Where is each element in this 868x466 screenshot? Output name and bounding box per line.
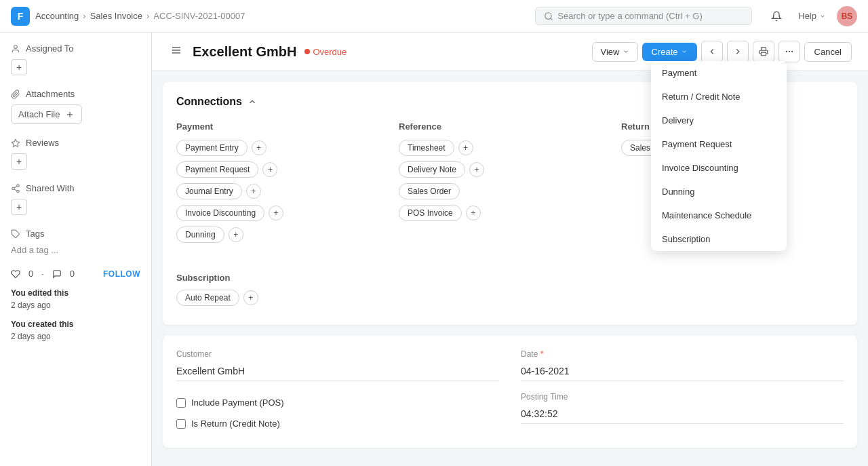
pos-invoice-tag[interactable]: POS Invoice <box>399 205 462 221</box>
customer-value: Excellent GmbH <box>176 362 499 381</box>
nav-actions: Help BS <box>766 5 857 27</box>
add-invoice-discounting-button[interactable]: + <box>269 206 283 220</box>
add-auto-repeat-button[interactable]: + <box>243 290 258 305</box>
auto-repeat-tag[interactable]: Auto Repeat <box>176 290 239 306</box>
more-button[interactable] <box>778 41 800 62</box>
customer-label: Customer <box>176 349 499 359</box>
sales-order-row: Sales Order <box>399 183 605 199</box>
cancel-button[interactable]: Cancel <box>804 42 852 62</box>
include-payment-checkbox[interactable] <box>176 398 186 408</box>
date-label: Date * <box>521 349 844 359</box>
status-dot <box>304 49 310 54</box>
dropdown-payment-request[interactable]: Payment Request <box>651 132 787 156</box>
heart-icon <box>11 269 20 279</box>
date-field: Date * 04-16-2021 <box>521 349 844 381</box>
assigned-to-section: Assigned To + <box>11 43 140 75</box>
sidebar: Assigned To + Attachments Attach File Re… <box>0 33 152 466</box>
payment-header: Payment <box>176 121 382 132</box>
search-bar[interactable]: Search or type a command (Ctrl + G) <box>535 7 752 25</box>
dropdown-payment[interactable]: Payment <box>651 61 787 85</box>
person-icon <box>11 44 20 54</box>
reference-header: Reference <box>399 121 605 132</box>
add-timesheet-button[interactable]: + <box>458 140 473 155</box>
payment-entry-tag[interactable]: Payment Entry <box>176 140 248 156</box>
include-payment-field: Include Payment (POS) Is Return (Credit … <box>176 392 499 434</box>
follow-button[interactable]: FOLLOW <box>103 269 140 279</box>
user-avatar[interactable]: BS <box>837 6 857 26</box>
add-dunning-button[interactable]: + <box>229 227 243 242</box>
add-review-button[interactable]: + <box>11 153 27 170</box>
breadcrumb-accounting[interactable]: Accounting <box>35 11 79 21</box>
assigned-to-label: Assigned To <box>11 43 140 54</box>
reviews-text: Reviews <box>26 138 59 148</box>
sales-order-tag[interactable]: Sales Order <box>399 183 460 199</box>
breadcrumb-sales-invoice[interactable]: Sales Invoice <box>90 11 142 21</box>
dropdown-subscription[interactable]: Subscription <box>651 227 787 251</box>
date-value: 04-16-2021 <box>521 362 844 381</box>
menu-icon <box>171 45 182 56</box>
posting-time-field: Posting Time 04:32:52 <box>521 392 844 434</box>
top-navigation: F Accounting › Sales Invoice › ACC-SINV-… <box>0 0 868 33</box>
connections-title: Connections <box>176 96 242 108</box>
add-shared-button[interactable]: + <box>11 199 27 215</box>
add-tag-link[interactable]: Add a tag ... <box>11 245 58 255</box>
star-icon <box>11 138 20 148</box>
header-actions: View Create Cance <box>592 41 852 62</box>
delivery-note-row: Delivery Note + <box>399 161 605 178</box>
dropdown-maintenance-schedule[interactable]: Maintenance Schedule <box>651 203 787 227</box>
add-assigned-button[interactable]: + <box>11 59 27 75</box>
notifications-button[interactable] <box>766 5 787 27</box>
attach-file-button[interactable]: Attach File <box>11 104 82 124</box>
tags-section: Tags Add a tag ... <box>11 229 140 255</box>
app-icon[interactable]: F <box>11 7 30 26</box>
svg-point-16 <box>789 51 789 52</box>
create-button[interactable]: Create <box>642 43 697 61</box>
dropdown-dunning[interactable]: Dunning <box>651 180 787 203</box>
attach-file-label: Attach File <box>18 109 60 119</box>
svg-point-7 <box>17 190 20 193</box>
add-journal-entry-button[interactable]: + <box>246 184 261 199</box>
svg-line-9 <box>14 186 17 187</box>
create-dropdown: Payment Return / Credit Note Delivery Pa… <box>651 61 787 251</box>
chevron-down-icon <box>819 13 826 20</box>
attachments-text: Attachments <box>26 89 75 99</box>
print-button[interactable] <box>753 41 774 62</box>
svg-point-15 <box>786 51 787 52</box>
activity-section: 0 · 0 FOLLOW You edited this 2 days ago … <box>11 269 140 343</box>
help-button[interactable]: Help <box>793 8 831 24</box>
prev-button[interactable] <box>701 41 723 62</box>
svg-point-5 <box>17 185 20 187</box>
page-title: Excellent GmbH <box>193 44 296 60</box>
collapse-icon[interactable] <box>248 97 257 106</box>
prev-icon <box>707 47 717 56</box>
journal-entry-row: Journal Entry + <box>176 183 382 199</box>
payment-request-tag[interactable]: Payment Request <box>176 161 258 178</box>
view-button[interactable]: View <box>592 42 638 62</box>
search-placeholder: Search or type a command (Ctrl + G) <box>557 11 703 21</box>
comment-icon <box>52 269 62 279</box>
payment-column: Payment Payment Entry + Payment Request … <box>176 121 399 248</box>
add-delivery-note-button[interactable]: + <box>469 162 484 177</box>
bell-icon <box>771 11 782 22</box>
next-button[interactable] <box>727 41 749 62</box>
status-badge: Overdue <box>304 47 347 57</box>
is-return-checkbox[interactable] <box>176 419 186 429</box>
svg-rect-14 <box>761 52 766 56</box>
journal-entry-tag[interactable]: Journal Entry <box>176 183 242 199</box>
svg-marker-4 <box>12 139 20 147</box>
dropdown-delivery[interactable]: Delivery <box>651 109 787 132</box>
add-payment-entry-button[interactable]: + <box>252 140 267 155</box>
activity-entry-0: You edited this 2 days ago <box>11 287 140 311</box>
menu-toggle-button[interactable] <box>168 42 184 61</box>
invoice-discounting-row: Invoice Discounting + <box>176 205 382 221</box>
add-payment-request-button[interactable]: + <box>262 162 277 177</box>
dunning-tag[interactable]: Dunning <box>176 227 224 243</box>
share-icon <box>11 184 20 193</box>
timesheet-tag[interactable]: Timesheet <box>399 140 454 156</box>
dropdown-return-credit-note[interactable]: Return / Credit Note <box>651 85 787 109</box>
delivery-note-tag[interactable]: Delivery Note <box>399 161 465 178</box>
dropdown-invoice-discounting[interactable]: Invoice Discounting <box>651 156 787 180</box>
add-pos-invoice-button[interactable]: + <box>466 206 481 220</box>
activity-entry-1: You created this 2 days ago <box>11 318 140 343</box>
invoice-discounting-tag[interactable]: Invoice Discounting <box>176 205 264 221</box>
